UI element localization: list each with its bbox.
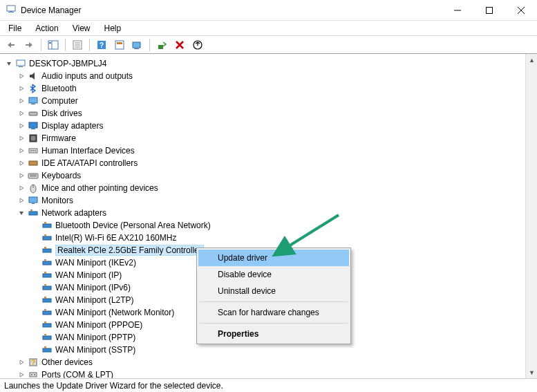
svg-text:?: ? (31, 359, 35, 366)
context-menu-uninstall-device[interactable]: Uninstall device (198, 283, 349, 299)
tree-node-label: Display adapters (41, 121, 103, 131)
chevron-right-icon[interactable] (17, 133, 26, 143)
statusbar: Launches the Update Driver Wizard for th… (0, 378, 537, 392)
network-adapter-icon (41, 319, 53, 330)
update-driver-button[interactable] (153, 37, 170, 53)
menu-help[interactable]: Help (99, 22, 127, 35)
chevron-right-icon[interactable] (17, 357, 26, 367)
display-icon (28, 120, 39, 131)
properties-button[interactable] (69, 37, 86, 53)
context-menu: Update driver Disable device Uninstall d… (196, 248, 351, 344)
tree-category-display[interactable]: Display adapters (1, 120, 537, 132)
tree-category-network[interactable]: Network adapters (1, 207, 537, 219)
context-menu-scan-hardware[interactable]: Scan for hardware changes (198, 304, 349, 321)
tree-node-label: Bluetooth Device (Personal Area Network) (55, 221, 211, 230)
scan-hardware-button[interactable] (129, 37, 146, 53)
scroll-up-icon[interactable]: ▲ (526, 54, 537, 66)
audio-icon (28, 71, 39, 82)
minimize-button[interactable] (442, 0, 473, 21)
svg-rect-60 (44, 284, 46, 286)
chevron-right-icon[interactable] (17, 146, 26, 156)
tree-category-computer[interactable]: Computer (1, 95, 537, 107)
vertical-scrollbar[interactable]: ▲ ▼ (525, 54, 537, 378)
menu-action[interactable]: Action (30, 22, 64, 35)
svg-rect-39 (29, 161, 37, 165)
toolbar: ? (0, 36, 537, 54)
tree-node-label: WAN Miniport (IPv6) (55, 283, 131, 292)
network-adapter-icon (41, 332, 53, 343)
network-adapter-icon (41, 307, 53, 318)
tree-category-bluetooth[interactable]: Bluetooth (1, 82, 537, 95)
tree-node-label: Keyboards (41, 171, 81, 180)
chevron-right-icon[interactable] (17, 84, 26, 93)
svg-rect-50 (44, 222, 46, 224)
tree-root[interactable]: DESKTOP-JBMPLJ4 (1, 57, 537, 70)
scroll-down-icon[interactable]: ▼ (526, 366, 537, 378)
svg-rect-30 (29, 112, 37, 115)
tree-node-label: WAN Miniport (IKEv2) (55, 258, 136, 268)
tree-device-bt[interactable]: Bluetooth Device (Personal Area Network) (1, 219, 537, 232)
svg-rect-52 (44, 234, 46, 236)
tree-node-label: WAN Miniport (Network Monitor) (55, 308, 174, 317)
tree-device-wan-sstp[interactable]: WAN Miniport (SSTP) (1, 344, 537, 356)
help-button[interactable]: ? (93, 37, 110, 53)
chevron-right-icon[interactable] (17, 183, 26, 193)
tree-node-label: Network adapters (41, 208, 106, 218)
chevron-right-icon[interactable] (17, 196, 26, 205)
tree-category-ports[interactable]: Ports (COM & LPT) (1, 368, 537, 378)
show-hide-tree-button[interactable] (45, 37, 62, 53)
chevron-down-icon[interactable] (4, 59, 14, 68)
svg-rect-64 (44, 309, 46, 311)
chevron-right-icon[interactable] (17, 121, 26, 131)
chevron-right-icon[interactable] (17, 370, 26, 378)
chevron-right-icon[interactable] (17, 71, 26, 81)
svg-point-38 (35, 150, 36, 151)
tree-node-label: Human Interface Devices (41, 146, 135, 156)
maximize-button[interactable] (473, 0, 505, 21)
tree-device-wifi[interactable]: Intel(R) Wi-Fi 6E AX210 160MHz (1, 232, 537, 244)
svg-rect-11 (49, 42, 51, 44)
uninstall-button[interactable] (171, 37, 188, 53)
context-menu-disable-device[interactable]: Disable device (198, 266, 349, 283)
svg-rect-59 (43, 286, 51, 290)
network-icon (28, 207, 39, 218)
tree-category-firmware[interactable]: Firmware (1, 132, 537, 144)
mouse-icon (28, 183, 39, 194)
tree-category-keyboards[interactable]: Keyboards (1, 169, 537, 182)
svg-rect-70 (44, 346, 46, 348)
tree-category-other[interactable]: ? Other devices (1, 356, 537, 368)
menu-file[interactable]: File (3, 22, 27, 35)
app-icon (6, 3, 17, 17)
svg-rect-0 (7, 6, 15, 11)
titlebar: Device Manager (0, 0, 537, 21)
action-icon[interactable] (111, 37, 128, 53)
tree-node-label: Computer (41, 96, 78, 106)
tree-node-label: Other devices (41, 357, 93, 367)
tree-category-audio[interactable]: Audio inputs and outputs (1, 70, 537, 82)
tree-category-disk[interactable]: Disk drives (1, 107, 537, 120)
tree-category-ide[interactable]: IDE ATA/ATAPI controllers (1, 157, 537, 169)
close-button[interactable] (505, 0, 537, 21)
tree-node-label: Intel(R) Wi-Fi 6E AX210 160MHz (55, 233, 176, 243)
forward-button[interactable] (21, 37, 37, 53)
chevron-right-icon[interactable] (17, 109, 26, 118)
tree-category-mice[interactable]: Mice and other pointing devices (1, 182, 537, 194)
tree-category-monitors[interactable]: Monitors (1, 194, 537, 207)
other-icon: ? (28, 357, 39, 368)
chevron-right-icon[interactable] (17, 96, 26, 106)
tree-node-label: IDE ATA/ATAPI controllers (41, 158, 138, 168)
context-menu-update-driver[interactable]: Update driver (198, 250, 349, 266)
tree-node-label: Mice and other pointing devices (41, 183, 158, 193)
disable-button[interactable] (189, 37, 206, 53)
context-menu-properties[interactable]: Properties (198, 326, 349, 342)
menu-view[interactable]: View (67, 22, 96, 35)
network-adapter-icon (41, 295, 53, 306)
toolbar-separator (41, 39, 41, 51)
chevron-down-icon[interactable] (17, 208, 26, 218)
chevron-right-icon[interactable] (17, 158, 26, 168)
back-button[interactable] (3, 37, 19, 53)
ide-icon (28, 158, 39, 169)
tree-category-hid[interactable]: Human Interface Devices (1, 144, 537, 157)
svg-rect-67 (43, 336, 51, 339)
chevron-right-icon[interactable] (17, 171, 26, 180)
